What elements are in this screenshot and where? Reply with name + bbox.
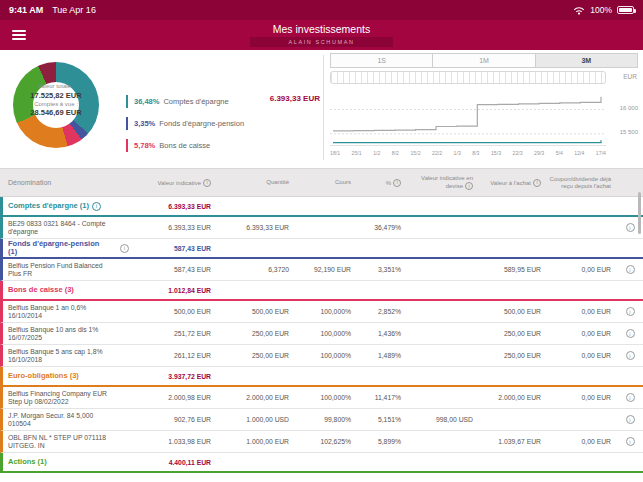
empty-cell — [292, 247, 354, 249]
coupon-dividende: 0,00 EUR — [544, 265, 614, 274]
coupon-dividende: 0,00 EUR — [544, 393, 614, 402]
value-line-chart[interactable] — [330, 90, 606, 146]
quantite: 6,3720 — [214, 265, 292, 274]
coupon-dividende: 0,00 EUR — [544, 307, 614, 316]
x-tick-label: 25/1 — [352, 150, 362, 156]
column-header: Valeur à l'achati — [476, 179, 544, 187]
coupon-dividende — [544, 419, 614, 421]
position-row[interactable]: Belfius Banque 5 ans cap 1,8% 16/10/2018… — [0, 345, 643, 367]
legend-percent: 36,48% — [134, 97, 159, 106]
valeur-indicative-devise — [404, 227, 476, 229]
group-info-icon[interactable]: i — [92, 202, 101, 211]
dashboard: Valeur totale : 17.525,82 EUR Comptes à … — [0, 50, 643, 168]
y-axis-unit: EUR — [623, 73, 637, 80]
position-row[interactable]: Belfius Financing Company EUR Step Up 08… — [0, 387, 643, 409]
x-tick-label: 29/3 — [534, 150, 544, 156]
group-label: Actions (1) — [8, 458, 47, 466]
valeur-indicative: 6.393,33 EUR — [132, 223, 214, 232]
empty-cell — [544, 289, 614, 291]
group-header-row[interactable]: Comptes d'épargne (1)i6.393,33 EUR — [0, 197, 643, 217]
investments-table: DénominationValeur indicativeiQuantitéCo… — [0, 168, 643, 473]
position-row[interactable]: Belfius Banque 10 ans dis 1% 16/07/20252… — [0, 323, 643, 345]
legend-label: Fonds d'épargne-pension — [159, 119, 244, 128]
valeur-achat — [476, 227, 544, 229]
range-tab-1s[interactable]: 1S — [330, 53, 433, 68]
position-row[interactable]: BE29 0833 0321 8464 - Compte d'épargne6.… — [0, 217, 643, 239]
position-row[interactable]: Belfius Pension Fund Balanced Plus FR587… — [0, 259, 643, 281]
chart-scrubber[interactable] — [330, 71, 606, 84]
header-info-icon[interactable]: i — [393, 179, 401, 187]
position-row[interactable]: OBL BFN NL * STEP UP 071118 UITGEG. IN1.… — [0, 431, 643, 453]
percent: 5,151% — [354, 415, 404, 424]
cours: 92,190 EUR — [292, 265, 354, 274]
row-info-icon[interactable]: i — [626, 393, 635, 402]
row-info-cell: i — [614, 264, 643, 275]
valeur-indicative-devise — [404, 355, 476, 357]
panel-divider — [323, 55, 324, 160]
denomination: Belfius Banque 5 ans cap 1,8% 16/10/2018 — [3, 347, 132, 365]
y-tick-label: 15 500 — [620, 129, 638, 135]
valeur-indicative: 587,43 EUR — [132, 265, 214, 274]
valeur-indicative-devise — [404, 397, 476, 399]
empty-cell — [544, 205, 614, 207]
portfolio-totals: Valeur totale : 17.525,82 EUR Comptes à … — [10, 83, 102, 119]
empty-cell — [404, 461, 476, 463]
scrollbar[interactable] — [638, 192, 641, 234]
cours: 102,625% — [292, 437, 354, 446]
group-total-value: 3.937,72 EUR — [132, 372, 214, 381]
group-header-row[interactable]: Actions (1)4.400,11 EUR — [0, 453, 643, 473]
denomination: BE29 0833 0321 8464 - Compte d'épargne — [3, 219, 132, 237]
position-row[interactable]: Belfius Banque 1 an 0,6% 16/10/2014500,0… — [0, 301, 643, 323]
column-header: Coupon/dividende déjà reçu depuis l'acha… — [544, 176, 614, 190]
x-tick-label: 8/3 — [472, 150, 479, 156]
battery-percent: 100% — [590, 5, 612, 15]
header-info-icon[interactable]: i — [533, 179, 541, 187]
valeur-indicative: 902,76 EUR — [132, 415, 214, 424]
header-info-icon[interactable]: i — [465, 182, 473, 190]
row-info-icon[interactable]: i — [626, 329, 635, 338]
row-info-icon[interactable]: i — [626, 223, 635, 232]
group-header-row[interactable]: Euro-obligations (3)3.937,72 EUR — [0, 367, 643, 387]
denomination: Belfius Banque 10 ans dis 1% 16/07/2025 — [3, 325, 132, 343]
empty-cell — [404, 247, 476, 249]
row-info-icon[interactable]: i — [626, 351, 635, 360]
empty-cell — [214, 289, 292, 291]
denomination: J.P. Morgan Secur. 84 5,000 010504 — [3, 411, 132, 429]
denomination: OBL BFN NL * STEP UP 071118 UITGEG. IN — [3, 433, 132, 451]
empty-cell — [544, 461, 614, 463]
row-info-icon[interactable]: i — [626, 265, 635, 274]
row-info-icon[interactable]: i — [626, 415, 635, 424]
group-header-row[interactable]: Bons de caisse (3)1.012,84 EUR — [0, 281, 643, 301]
range-tab-3m[interactable]: 3M — [536, 53, 638, 68]
selected-segment-value: 6.393,33 EUR — [270, 94, 320, 103]
position-row[interactable]: J.P. Morgan Secur. 84 5,000 010504902,76… — [0, 409, 643, 431]
legend-item[interactable]: 5,78%Bons de caisse — [126, 134, 320, 156]
valeur-achat: 1.039,67 EUR — [476, 437, 544, 446]
header-info-icon[interactable]: i — [203, 179, 211, 187]
row-info-icon[interactable]: i — [626, 437, 635, 446]
x-tick-label: 22/2 — [432, 150, 442, 156]
row-info-cell: i — [614, 414, 643, 425]
range-tab-1m[interactable]: 1M — [433, 53, 535, 68]
group-header-row[interactable]: Fonds d'épargne-pension (1)i587,43 EUR — [0, 239, 643, 259]
empty-cell — [292, 289, 354, 291]
column-header: Quantité — [214, 179, 292, 186]
valeur-indicative: 2.000,98 EUR — [132, 393, 214, 402]
coupon-dividende: 0,00 EUR — [544, 351, 614, 360]
valeur-indicative: 1.033,98 EUR — [132, 437, 214, 446]
x-tick-label: 17/4 — [596, 150, 606, 156]
cours — [292, 227, 354, 229]
row-info-icon[interactable]: i — [626, 307, 635, 316]
column-header: Dénomination — [0, 179, 132, 186]
empty-cell — [354, 375, 404, 377]
row-info-cell: i — [614, 436, 643, 447]
valeur-achat: 500,00 EUR — [476, 307, 544, 316]
empty-cell — [214, 375, 292, 377]
table-header: DénominationValeur indicativeiQuantitéCo… — [0, 169, 643, 197]
empty-cell — [614, 247, 643, 249]
menu-icon[interactable] — [12, 30, 26, 42]
group-info-icon[interactable]: i — [120, 244, 129, 253]
percent: 11,417% — [354, 393, 404, 402]
denomination: Belfius Pension Fund Balanced Plus FR — [3, 261, 132, 279]
legend-item[interactable]: 3,35%Fonds d'épargne-pension — [126, 112, 320, 134]
